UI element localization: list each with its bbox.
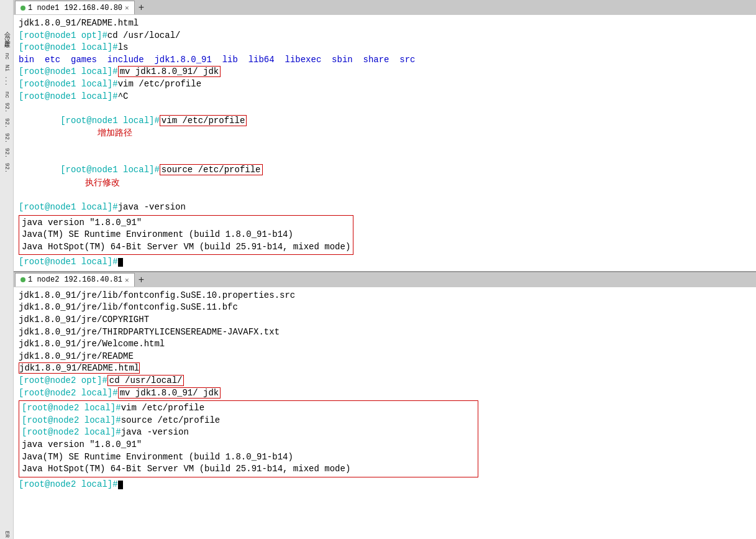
node1-tab-label: 1 node1 (28, 4, 59, 12)
sidebar-item-9[interactable]: 92. (2, 101, 11, 114)
node1-line-vim2: [root@node1 local]#vim /etc/profile 增加路径 (19, 103, 751, 152)
node1-tab-bar: 1 node1 192.168.40.80 ✕ + (14, 0, 756, 15)
node2-line-prompt-end: [root@node2 local]# (19, 479, 751, 491)
sidebar-item-13[interactable]: 92. (2, 162, 11, 174)
node1-annotation-1: 增加路径 (98, 128, 132, 137)
node2-tab-label: 1 node2 (28, 275, 59, 284)
sidebar-item-12[interactable]: 92. (2, 147, 11, 159)
node2-line-4: jdk1.8.0_91/jre/THIRDPARTYLICENSEREADME-… (19, 326, 751, 339)
node2-line-2: jdk1.8.0_91/jre/lib/fontconfig.SuSE.11.b… (19, 302, 751, 314)
node2-line-cd: [root@node2 opt]#cd /usr/local/ (19, 375, 751, 387)
node2-line-5: jdk1.8.0_91/jre/Welcome.html (19, 338, 751, 351)
node2-tab-dot (20, 277, 25, 282)
node2-cursor (118, 481, 123, 489)
sidebar-item-7[interactable]: ... (2, 75, 11, 87)
node2-terminal-panel: 1 node2 192.168.40.81 ✕ + jdk1.8.0_91/jr… (14, 272, 756, 539)
node1-tab-ip: 192.168.40.80 (64, 4, 122, 12)
node1-tab-add[interactable]: + (136, 2, 147, 13)
node2-terminal-content[interactable]: jdk1.8.0_91/jre/lib/fontconfig.SuSE.10.p… (14, 287, 756, 539)
sidebar-item-10[interactable]: 92. (2, 117, 11, 129)
node2-line-readme-box: jdk1.8.0_91/README.html (19, 362, 751, 375)
node1-line-ls-cmd: [root@node1 local]#ls (19, 42, 751, 54)
node2-java-version-cmd: [root@node2 local]#java -version (22, 426, 475, 439)
node2-tab-add[interactable]: + (136, 274, 147, 285)
node1-cursor (118, 258, 123, 267)
node1-line-cd: [root@node1 opt]#cd /usr/local/ (19, 30, 751, 42)
sidebar-item-6[interactable]: Ni (2, 63, 11, 73)
node1-line-prompt-end: [root@node1 local]# (19, 256, 751, 269)
sidebar-item-3[interactable]: 建 (1, 35, 12, 37)
sidebar-item-1[interactable]: 会 (1, 25, 12, 27)
node1-line-mv: [root@node1 local]#mv jdk1.8.0_91/ jdk (19, 66, 751, 78)
sidebar-item-5[interactable]: nc (2, 52, 11, 61)
main-area: 1 node1 192.168.40.80 ✕ + jdk1.8.0_91/RE… (14, 0, 756, 539)
node1-tab-close[interactable]: ✕ (125, 4, 129, 12)
node1-line-ctrlc: [root@node1 local]#^C (19, 91, 751, 103)
node1-line-java-version-cmd: [root@node1 local]#java -version (19, 201, 751, 214)
node2-line-mv: [root@node2 local]#mv jdk1.8.0_91/ jdk (19, 387, 751, 400)
node2-java-out-2: Java(TM) SE Runtime Environment (build 1… (22, 451, 475, 464)
node1-terminal-panel: 1 node1 192.168.40.80 ✕ + jdk1.8.0_91/RE… (14, 0, 756, 272)
node2-vim-line: [root@node2 local]#vim /etc/profile (22, 402, 475, 415)
node2-main-output-box: [root@node2 local]#vim /etc/profile [roo… (19, 400, 478, 477)
node1-tab-dot (20, 6, 25, 11)
node2-source-line: [root@node2 local]#source /etc/profile (22, 415, 475, 427)
node2-line-3: jdk1.8.0_91/jre/COPYRIGHT (19, 314, 751, 326)
node1-annotation-2: 执行修改 (85, 178, 120, 187)
node2-line-1: jdk1.8.0_91/jre/lib/fontconfig.SuSE.10.p… (19, 290, 751, 302)
node2-tab-ip: 192.168.40.81 (64, 275, 122, 284)
sidebar-item-er[interactable]: ER (2, 530, 11, 539)
sidebar-item-2[interactable]: 议 (1, 30, 12, 32)
sidebar-item-8[interactable]: nc (2, 90, 11, 99)
node2-java-out-3: Java HotSpot(TM) 64-Bit Server VM (build… (22, 463, 475, 476)
sidebar: 会 议 建 ap nc Ni ... nc 92. 92. 92. 92. 92… (0, 0, 14, 539)
node2-tab-close[interactable]: ✕ (125, 276, 129, 284)
node1-java-out-1: java version "1.8.0_91" (22, 217, 350, 229)
node2-tab[interactable]: 1 node2 192.168.40.81 ✕ (15, 273, 135, 287)
sidebar-item-11[interactable]: 92. (2, 132, 11, 144)
sidebar-item-4[interactable]: ap (2, 40, 11, 49)
node1-terminal-content[interactable]: jdk1.8.0_91/README.html [root@node1 opt]… (14, 15, 756, 271)
node1-line-vim1: [root@node1 local]#vim /etc/profile (19, 78, 751, 91)
node1-tab[interactable]: 1 node1 192.168.40.80 ✕ (15, 1, 135, 14)
node1-java-out-3: Java HotSpot(TM) 64-Bit Server VM (build… (22, 241, 350, 254)
node2-line-6: jdk1.8.0_91/jre/README (19, 351, 751, 363)
node1-java-output-box: java version "1.8.0_91" Java(TM) SE Runt… (19, 215, 353, 256)
node1-line-ls-output: bin etc games include jdk1.8.0_91 lib li… (19, 54, 751, 67)
node1-line-readme: jdk1.8.0_91/README.html (19, 17, 751, 30)
node1-line-source: [root@node1 local]#source /etc/profile 执… (19, 152, 751, 201)
node2-java-out-1: java version "1.8.0_91" (22, 439, 475, 451)
node2-tab-bar: 1 node2 192.168.40.81 ✕ + (14, 272, 756, 287)
node1-java-out-2: Java(TM) SE Runtime Environment (build 1… (22, 229, 350, 241)
